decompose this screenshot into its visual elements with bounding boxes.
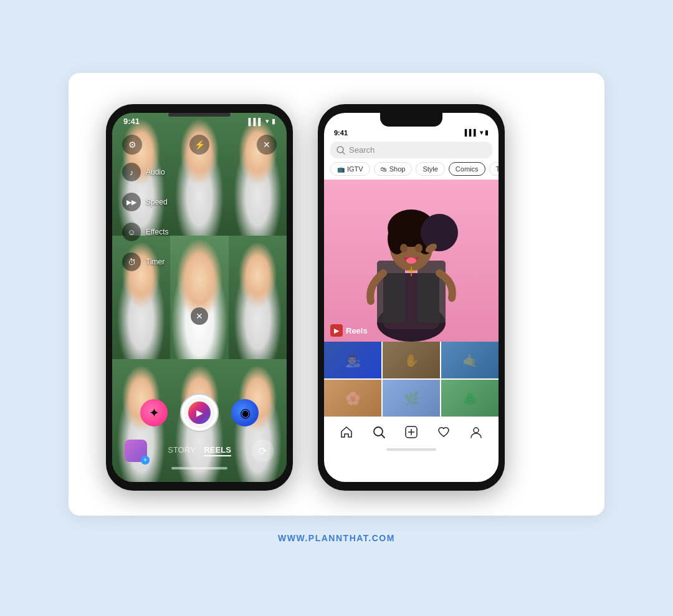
close-icon[interactable]: ✕ bbox=[257, 135, 277, 155]
page-wrapper: 9:41 ▌▌▌ ▾ ▮ ⚙ ⚡ ✕ bbox=[0, 0, 673, 616]
pill-comics[interactable]: Comics bbox=[449, 162, 485, 176]
audio-icon: ♪ bbox=[122, 163, 141, 181]
shop-icon: 🛍 bbox=[381, 166, 387, 173]
wifi-icon: ▾ bbox=[265, 117, 269, 125]
battery-icon-right: ▮ bbox=[485, 129, 489, 137]
status-bar-right: 9:41 ▌▌▌ ▾ ▮ bbox=[324, 127, 499, 138]
svg-point-22 bbox=[474, 428, 479, 433]
thumb-1: 👨‍🎨 bbox=[324, 342, 381, 378]
pill-comics-label: Comics bbox=[456, 165, 479, 173]
timer-icon: ⏱ bbox=[122, 253, 141, 271]
pill-tv[interactable]: TV & bbox=[489, 162, 499, 176]
search-icon bbox=[336, 146, 345, 155]
woman-figure bbox=[330, 186, 492, 342]
cam-top-bar: ⚙ ⚡ ✕ bbox=[112, 128, 287, 161]
settings-icon[interactable]: ⚙ bbox=[122, 135, 142, 155]
thumb-person-5: 🌿 bbox=[383, 380, 440, 416]
thumb-5: 🌿 bbox=[383, 380, 440, 416]
thumb-person-6: 🌲 bbox=[441, 380, 499, 416]
story-mode[interactable]: STORY bbox=[168, 445, 195, 456]
category-pills: 📺 IGTV 🛍 Shop Style Comics TV & bbox=[324, 162, 499, 180]
thumb-person-1: 👨‍🎨 bbox=[324, 342, 381, 378]
nav-search[interactable] bbox=[370, 423, 388, 441]
nav-profile[interactable] bbox=[467, 423, 485, 441]
pill-tv-label: TV & bbox=[496, 165, 499, 173]
cam-flip-icon[interactable]: ⟳ bbox=[252, 440, 274, 462]
main-card: 9:41 ▌▌▌ ▾ ▮ ⚙ ⚡ ✕ bbox=[69, 73, 604, 516]
left-screen: 9:41 ▌▌▌ ▾ ▮ ⚙ ⚡ ✕ bbox=[112, 113, 287, 482]
effects-icon: ☺ bbox=[122, 223, 141, 241]
svg-line-18 bbox=[381, 435, 384, 438]
pill-igtv-label: IGTV bbox=[347, 165, 363, 173]
speed-icon: ▶▶ bbox=[122, 193, 141, 211]
timer-label: Timer bbox=[146, 257, 165, 266]
pill-style[interactable]: Style bbox=[416, 162, 444, 176]
timer-menu-item[interactable]: ⏱ Timer bbox=[122, 253, 168, 271]
cam-controls: 9:41 ▌▌▌ ▾ ▮ ⚙ ⚡ ✕ bbox=[112, 113, 287, 482]
thumb-person-2: ✋ bbox=[383, 342, 440, 378]
effects-menu-item[interactable]: ☺ Effects bbox=[122, 223, 168, 241]
nav-add[interactable] bbox=[403, 423, 420, 441]
phone-left: 9:41 ▌▌▌ ▾ ▮ ⚙ ⚡ ✕ bbox=[106, 104, 293, 491]
thumb-6: 🌲 bbox=[441, 380, 499, 416]
pill-shop-label: Shop bbox=[389, 165, 406, 173]
reels-mode[interactable]: REELS bbox=[204, 445, 231, 456]
pill-style-label: Style bbox=[422, 165, 437, 173]
svg-point-10 bbox=[400, 244, 408, 253]
status-icons-left: ▌▌▌ ▾ ▮ bbox=[249, 117, 275, 125]
main-image: ▶ Reels bbox=[324, 180, 499, 342]
svg-point-12 bbox=[406, 257, 416, 264]
cam-mode-toggle: STORY REELS bbox=[168, 445, 231, 456]
effect-btn-pink[interactable]: ✦ bbox=[140, 399, 168, 426]
search-bar[interactable]: Search bbox=[330, 142, 492, 158]
right-screen: 9:41 ▌▌▌ ▾ ▮ Search bbox=[324, 113, 499, 482]
reels-label: ▶ Reels bbox=[330, 324, 368, 337]
battery-icon: ▮ bbox=[272, 117, 275, 125]
status-time-right: 9:41 bbox=[334, 129, 348, 137]
thumb-3: 🤙 bbox=[441, 342, 499, 378]
thumb-person-3: 🤙 bbox=[441, 342, 499, 378]
cam-shutter-row: ✦ ▶ ◉ bbox=[112, 393, 287, 432]
speed-label: Speed bbox=[146, 198, 168, 206]
cam-nav-row: + STORY REELS ⟳ bbox=[112, 440, 287, 462]
thumb-2: ✋ bbox=[383, 342, 440, 378]
reels-text: Reels bbox=[346, 326, 368, 335]
svg-point-13 bbox=[421, 214, 458, 251]
svg-line-1 bbox=[343, 152, 345, 154]
cam-bottom: ✦ ▶ ◉ + bbox=[112, 393, 287, 482]
flash-icon[interactable]: ⚡ bbox=[189, 135, 209, 155]
cam-avatar[interactable]: + bbox=[125, 440, 147, 462]
nav-heart[interactable] bbox=[435, 423, 452, 441]
effects-label: Effects bbox=[146, 228, 168, 236]
svg-point-11 bbox=[415, 244, 422, 253]
thumb-grid: 👨‍🎨 ✋ 🤙 🌸 🌿 🌲 bbox=[324, 342, 499, 416]
footer-url: WWW.PLANNTHAT.COM bbox=[278, 533, 395, 543]
signal-icon-right: ▌▌▌ bbox=[465, 129, 478, 137]
thumb-4: 🌸 bbox=[324, 380, 381, 416]
phone-top-pill bbox=[168, 113, 231, 117]
speed-menu-item[interactable]: ▶▶ Speed bbox=[122, 193, 168, 211]
pill-igtv[interactable]: 📺 IGTV bbox=[330, 162, 370, 176]
shutter-inner: ▶ bbox=[184, 397, 215, 428]
thumb-person-4: 🌸 bbox=[324, 380, 381, 416]
reels-icon-badge: ▶ bbox=[330, 324, 343, 337]
pill-shop[interactable]: 🛍 Shop bbox=[374, 162, 413, 176]
footer: WWW.PLANNTHAT.COM bbox=[278, 533, 395, 543]
bottom-nav bbox=[324, 416, 499, 446]
wifi-icon-right: ▾ bbox=[480, 129, 483, 137]
effect-btn-blue[interactable]: ◉ bbox=[231, 399, 259, 426]
home-indicator-right bbox=[386, 448, 436, 451]
notch bbox=[380, 113, 442, 127]
audio-menu-item[interactable]: ♪ Audio bbox=[122, 163, 168, 181]
igtv-icon: 📺 bbox=[337, 166, 345, 173]
reels-logo-icon: ▶ bbox=[188, 402, 211, 424]
nav-home[interactable] bbox=[338, 423, 355, 441]
home-indicator-left bbox=[171, 467, 227, 469]
shutter-btn[interactable]: ▶ bbox=[180, 393, 219, 432]
status-icons-right: ▌▌▌ ▾ ▮ bbox=[465, 129, 489, 137]
audio-label: Audio bbox=[146, 168, 165, 176]
close-circle[interactable]: ✕ bbox=[191, 307, 208, 325]
status-time-left: 9:41 bbox=[123, 117, 140, 126]
phone-right: 9:41 ▌▌▌ ▾ ▮ Search bbox=[318, 104, 505, 491]
signal-icon: ▌▌▌ bbox=[249, 118, 263, 125]
